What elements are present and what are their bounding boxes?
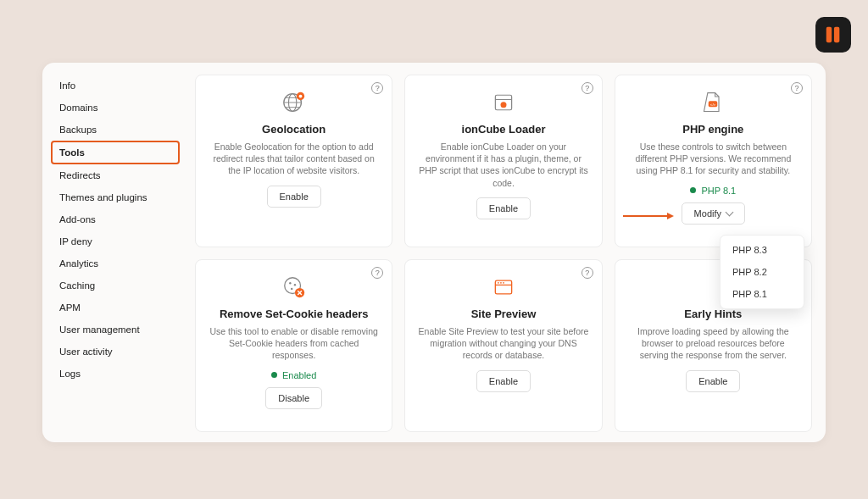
svg-rect-1 xyxy=(834,27,839,42)
sidebar-item-user-management[interactable]: User management xyxy=(51,319,180,341)
svg-point-5 xyxy=(298,95,302,98)
enable-button[interactable]: Enable xyxy=(476,197,531,219)
card-geolocation: ? Geolocation Enable Geolocation for the… xyxy=(195,75,392,247)
card-desc: Use these controls to switch between dif… xyxy=(627,141,799,177)
sidebar-item-add-ons[interactable]: Add-ons xyxy=(51,208,180,230)
card-php-engine: ? </> PHP engine Use these controls to s… xyxy=(615,75,812,247)
annotation-arrow xyxy=(623,213,674,219)
sidebar-item-logs[interactable]: Logs xyxy=(51,363,180,385)
svg-point-19 xyxy=(500,282,502,284)
enable-button[interactable]: Enable xyxy=(267,186,321,208)
svg-point-14 xyxy=(291,288,292,290)
brand-logo xyxy=(815,17,851,53)
sidebar-item-info[interactable]: Info xyxy=(51,75,180,97)
sidebar-item-backups[interactable]: Backups xyxy=(51,119,180,141)
card-desc: Enable Site Preview to test your site be… xyxy=(417,325,589,362)
svg-point-12 xyxy=(289,282,291,284)
card-desc: Enable ionCube Loader on your environmen… xyxy=(417,141,589,189)
card-title: Remove Set-Cookie headers xyxy=(220,308,369,320)
sidebar-item-analytics[interactable]: Analytics xyxy=(51,252,180,274)
card-title: Early Hints xyxy=(684,308,742,320)
status-badge: Enabled xyxy=(271,370,316,380)
dropdown-item-php81[interactable]: PHP 8.1 xyxy=(721,283,804,305)
card-title: Site Preview xyxy=(471,308,537,320)
status-text: PHP 8.1 xyxy=(701,186,736,196)
svg-point-18 xyxy=(498,282,499,284)
svg-point-13 xyxy=(293,284,295,286)
help-icon[interactable]: ? xyxy=(581,82,593,94)
cards-grid: ? Geolocation Enable Geolocation for the… xyxy=(188,63,826,442)
svg-text:</>: </> xyxy=(710,103,716,107)
sidebar-item-ip-deny[interactable]: IP deny xyxy=(51,230,180,252)
card-remove-set-cookie: ? Remove Set-Cookie headers Use this too… xyxy=(195,259,392,432)
card-desc: Enable Geolocation for the option to add… xyxy=(208,141,380,177)
help-icon[interactable]: ? xyxy=(371,267,383,279)
disable-button[interactable]: Disable xyxy=(265,387,322,409)
sidebar-item-tools[interactable]: Tools xyxy=(51,141,180,164)
dropdown-item-php82[interactable]: PHP 8.2 xyxy=(721,261,804,283)
card-title: ionCube Loader xyxy=(462,123,546,136)
browser-gear-icon xyxy=(490,89,517,116)
globe-pin-icon xyxy=(281,89,308,116)
card-desc: Improve loading speed by allowing the br… xyxy=(627,325,799,362)
status-text: Enabled xyxy=(282,370,316,380)
sidebar-item-redirects[interactable]: Redirects xyxy=(51,164,180,186)
help-icon[interactable]: ? xyxy=(581,267,593,279)
sidebar-item-caching[interactable]: Caching xyxy=(51,274,180,297)
modify-button[interactable]: Modify xyxy=(682,202,745,225)
browser-window-icon xyxy=(490,274,517,301)
svg-point-20 xyxy=(503,282,504,284)
card-title: Geolocation xyxy=(262,123,326,136)
php-version-dropdown: PHP 8.3 PHP 8.2 PHP 8.1 xyxy=(720,235,804,309)
php-file-icon: </> xyxy=(699,89,726,116)
svg-point-8 xyxy=(500,102,506,108)
svg-rect-0 xyxy=(826,27,832,42)
help-icon[interactable]: ? xyxy=(791,82,803,94)
sidebar-item-user-activity[interactable]: User activity xyxy=(51,341,180,363)
card-title: PHP engine xyxy=(682,123,743,136)
sidebar-item-domains[interactable]: Domains xyxy=(51,97,180,119)
status-badge: PHP 8.1 xyxy=(690,186,736,196)
button-label: Modify xyxy=(694,208,721,219)
card-desc: Use this tool to enable or disable remov… xyxy=(208,325,380,362)
enable-button[interactable]: Enable xyxy=(476,370,531,392)
help-icon[interactable]: ? xyxy=(371,82,383,94)
sidebar-item-apm[interactable]: APM xyxy=(51,297,180,319)
sidebar-item-themes-plugins[interactable]: Themes and plugins xyxy=(51,186,180,208)
sidebar: Info Domains Backups Tools Redirects The… xyxy=(42,63,188,442)
card-site-preview: ? Site Preview Enable Site Preview to te… xyxy=(404,259,602,432)
card-ioncube: ? ionCube Loader Enable ionCube Loader o… xyxy=(404,75,602,247)
settings-panel: Info Domains Backups Tools Redirects The… xyxy=(42,63,826,442)
chevron-down-icon xyxy=(726,208,734,216)
cookie-x-icon xyxy=(281,274,308,301)
dropdown-item-php83[interactable]: PHP 8.3 xyxy=(721,239,804,261)
enable-button[interactable]: Enable xyxy=(686,370,740,392)
